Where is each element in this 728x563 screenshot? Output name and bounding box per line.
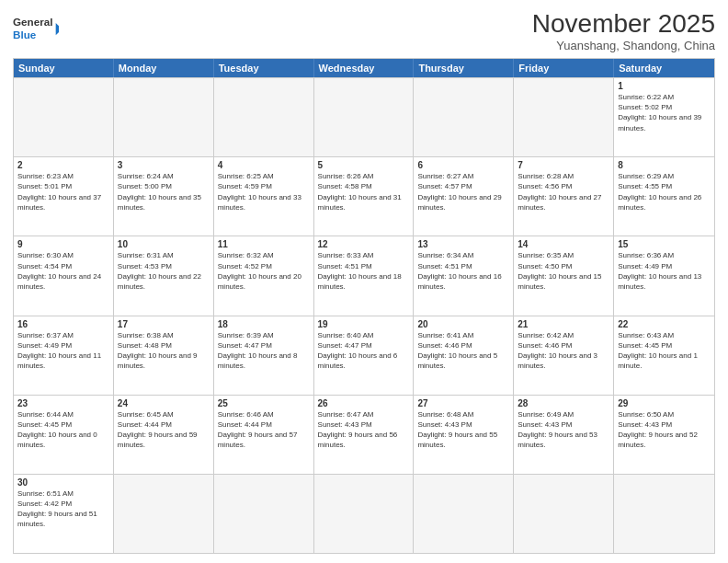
day-cell-empty [614, 475, 714, 553]
day-cell-29: 29Sunrise: 6:50 AM Sunset: 4:43 PM Dayli… [614, 396, 714, 474]
header-day-tuesday: Tuesday [214, 59, 314, 77]
day-number: 21 [518, 319, 609, 329]
day-number: 20 [417, 319, 509, 329]
header-day-wednesday: Wednesday [314, 59, 415, 77]
day-number: 17 [118, 319, 210, 329]
day-number: 16 [17, 319, 109, 329]
day-number: 18 [218, 319, 310, 329]
day-cell-11: 11Sunrise: 6:32 AM Sunset: 4:52 PM Dayli… [214, 236, 314, 315]
day-info: Sunrise: 6:23 AM Sunset: 5:01 PM Dayligh… [17, 171, 109, 213]
day-info: Sunrise: 6:47 AM Sunset: 4:43 PM Dayligh… [318, 409, 410, 451]
subtitle: Yuanshang, Shandong, China [532, 39, 715, 52]
day-cell-17: 17Sunrise: 6:38 AM Sunset: 4:48 PM Dayli… [114, 316, 214, 395]
day-info: Sunrise: 6:26 AM Sunset: 4:58 PM Dayligh… [318, 171, 410, 213]
day-info: Sunrise: 6:32 AM Sunset: 4:52 PM Dayligh… [218, 250, 310, 292]
header-day-saturday: Saturday [614, 59, 714, 77]
day-number: 3 [118, 160, 210, 170]
day-cell-empty [14, 78, 114, 156]
day-info: Sunrise: 6:28 AM Sunset: 4:56 PM Dayligh… [518, 171, 609, 213]
day-cell-15: 15Sunrise: 6:36 AM Sunset: 4:49 PM Dayli… [614, 236, 714, 315]
day-cell-empty [314, 475, 415, 553]
day-info: Sunrise: 6:48 AM Sunset: 4:43 PM Dayligh… [417, 409, 509, 451]
day-info: Sunrise: 6:49 AM Sunset: 4:43 PM Dayligh… [518, 409, 609, 451]
day-cell-28: 28Sunrise: 6:49 AM Sunset: 4:43 PM Dayli… [514, 396, 614, 474]
svg-text:Blue: Blue [13, 29, 37, 40]
day-cell-20: 20Sunrise: 6:41 AM Sunset: 4:46 PM Dayli… [414, 316, 514, 395]
day-info: Sunrise: 6:40 AM Sunset: 4:47 PM Dayligh… [318, 330, 410, 372]
day-cell-24: 24Sunrise: 6:45 AM Sunset: 4:44 PM Dayli… [114, 396, 214, 474]
day-number: 27 [417, 398, 509, 408]
day-info: Sunrise: 6:39 AM Sunset: 4:47 PM Dayligh… [218, 330, 310, 372]
day-info: Sunrise: 6:43 AM Sunset: 4:45 PM Dayligh… [618, 330, 711, 372]
day-cell-19: 19Sunrise: 6:40 AM Sunset: 4:47 PM Dayli… [314, 316, 415, 395]
day-number: 8 [618, 160, 711, 170]
day-number: 1 [618, 81, 711, 91]
day-info: Sunrise: 6:36 AM Sunset: 4:49 PM Dayligh… [618, 250, 711, 292]
month-title: November 2025 [532, 9, 715, 39]
day-cell-empty [514, 78, 614, 156]
page: General Blue November 2025 Yuanshang, Sh… [0, 0, 728, 563]
day-info: Sunrise: 6:25 AM Sunset: 4:59 PM Dayligh… [218, 171, 310, 213]
day-cell-6: 6Sunrise: 6:27 AM Sunset: 4:57 PM Daylig… [414, 157, 514, 236]
day-cell-empty [214, 475, 314, 553]
day-info: Sunrise: 6:24 AM Sunset: 5:00 PM Dayligh… [118, 171, 210, 213]
day-cell-3: 3Sunrise: 6:24 AM Sunset: 5:00 PM Daylig… [114, 157, 214, 236]
day-cell-13: 13Sunrise: 6:34 AM Sunset: 4:51 PM Dayli… [414, 236, 514, 315]
day-number: 9 [17, 239, 109, 249]
calendar-body: 1Sunrise: 6:22 AM Sunset: 5:02 PM Daylig… [14, 77, 714, 553]
day-cell-empty [314, 78, 415, 156]
day-info: Sunrise: 6:31 AM Sunset: 4:53 PM Dayligh… [118, 250, 210, 292]
day-cell-empty [414, 78, 514, 156]
day-cell-empty [114, 78, 214, 156]
day-cell-empty [414, 475, 514, 553]
day-number: 2 [17, 160, 109, 170]
day-cell-22: 22Sunrise: 6:43 AM Sunset: 4:45 PM Dayli… [614, 316, 714, 395]
calendar-week-6: 30Sunrise: 6:51 AM Sunset: 4:42 PM Dayli… [14, 474, 714, 553]
day-cell-18: 18Sunrise: 6:39 AM Sunset: 4:47 PM Dayli… [214, 316, 314, 395]
calendar-week-3: 9Sunrise: 6:30 AM Sunset: 4:54 PM Daylig… [14, 236, 714, 315]
day-info: Sunrise: 6:45 AM Sunset: 4:44 PM Dayligh… [118, 409, 210, 451]
day-info: Sunrise: 6:33 AM Sunset: 4:51 PM Dayligh… [318, 250, 410, 292]
day-cell-7: 7Sunrise: 6:28 AM Sunset: 4:56 PM Daylig… [514, 157, 614, 236]
day-number: 14 [518, 239, 609, 249]
day-number: 23 [17, 398, 109, 408]
day-number: 12 [318, 239, 410, 249]
day-number: 19 [318, 319, 410, 329]
day-cell-30: 30Sunrise: 6:51 AM Sunset: 4:42 PM Dayli… [14, 475, 114, 553]
day-cell-21: 21Sunrise: 6:42 AM Sunset: 4:46 PM Dayli… [514, 316, 614, 395]
day-number: 24 [118, 398, 210, 408]
calendar-week-2: 2Sunrise: 6:23 AM Sunset: 5:01 PM Daylig… [14, 156, 714, 236]
day-number: 13 [417, 239, 509, 249]
svg-marker-2 [56, 23, 59, 35]
calendar-week-5: 23Sunrise: 6:44 AM Sunset: 4:45 PM Dayli… [14, 395, 714, 474]
day-info: Sunrise: 6:37 AM Sunset: 4:49 PM Dayligh… [17, 330, 109, 372]
title-block: November 2025 Yuanshang, Shandong, China [532, 9, 715, 52]
day-cell-2: 2Sunrise: 6:23 AM Sunset: 5:01 PM Daylig… [14, 157, 114, 236]
day-cell-empty [514, 475, 614, 553]
day-info: Sunrise: 6:50 AM Sunset: 4:43 PM Dayligh… [618, 409, 711, 451]
day-number: 11 [218, 239, 310, 249]
calendar-week-1: 1Sunrise: 6:22 AM Sunset: 5:02 PM Daylig… [14, 77, 714, 156]
day-info: Sunrise: 6:30 AM Sunset: 4:54 PM Dayligh… [17, 250, 109, 292]
day-info: Sunrise: 6:29 AM Sunset: 4:55 PM Dayligh… [618, 171, 711, 213]
day-cell-5: 5Sunrise: 6:26 AM Sunset: 4:58 PM Daylig… [314, 157, 415, 236]
header-day-monday: Monday [114, 59, 214, 77]
day-cell-16: 16Sunrise: 6:37 AM Sunset: 4:49 PM Dayli… [14, 316, 114, 395]
day-number: 28 [518, 398, 609, 408]
calendar-week-4: 16Sunrise: 6:37 AM Sunset: 4:49 PM Dayli… [14, 316, 714, 395]
day-cell-10: 10Sunrise: 6:31 AM Sunset: 4:53 PM Dayli… [114, 236, 214, 315]
day-number: 22 [618, 319, 711, 329]
header: General Blue November 2025 Yuanshang, Sh… [13, 9, 715, 52]
day-cell-23: 23Sunrise: 6:44 AM Sunset: 4:45 PM Dayli… [14, 396, 114, 474]
day-number: 15 [618, 239, 711, 249]
day-cell-8: 8Sunrise: 6:29 AM Sunset: 4:55 PM Daylig… [614, 157, 714, 236]
day-cell-4: 4Sunrise: 6:25 AM Sunset: 4:59 PM Daylig… [214, 157, 314, 236]
header-day-thursday: Thursday [414, 59, 514, 77]
day-cell-1: 1Sunrise: 6:22 AM Sunset: 5:02 PM Daylig… [614, 78, 714, 156]
day-info: Sunrise: 6:44 AM Sunset: 4:45 PM Dayligh… [17, 409, 109, 451]
day-info: Sunrise: 6:38 AM Sunset: 4:48 PM Dayligh… [118, 330, 210, 372]
logo: General Blue [13, 9, 59, 46]
day-info: Sunrise: 6:22 AM Sunset: 5:02 PM Dayligh… [618, 92, 711, 133]
day-number: 10 [118, 239, 210, 249]
day-cell-27: 27Sunrise: 6:48 AM Sunset: 4:43 PM Dayli… [414, 396, 514, 474]
